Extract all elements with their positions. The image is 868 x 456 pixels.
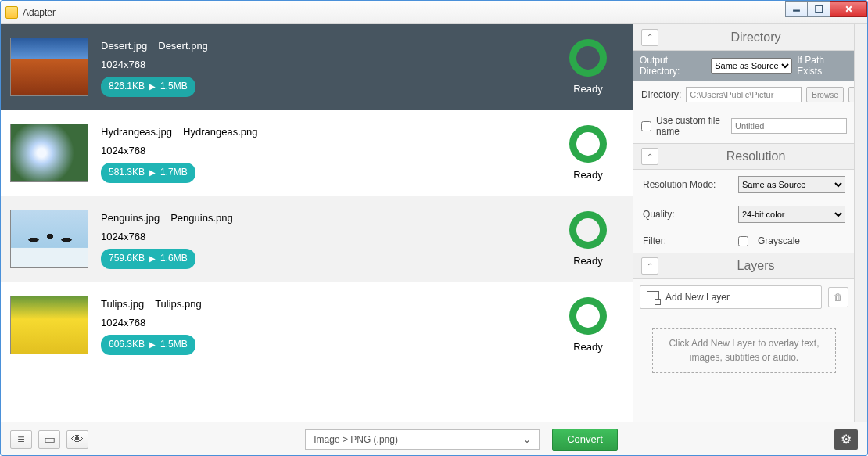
status: Ready bbox=[553, 211, 623, 267]
svg-rect-1 bbox=[816, 5, 823, 13]
size-in: 826.1KB bbox=[109, 78, 145, 95]
status-label: Ready bbox=[553, 83, 623, 95]
file-row[interactable]: Penguins.jpgPenguins.png1024x768759.6KB▶… bbox=[1, 196, 633, 282]
thumbnail bbox=[10, 296, 88, 354]
size-out: 1.7MB bbox=[160, 164, 188, 181]
dimensions: 1024x768 bbox=[101, 314, 553, 332]
filter-label: Filter: bbox=[643, 235, 729, 246]
thumbnail bbox=[10, 210, 88, 268]
dest-filename: Penguins.png bbox=[170, 212, 233, 224]
add-layer-label: Add New Layer bbox=[665, 292, 730, 303]
bottom-bar: ≡ ▭ 👁 Image > PNG (.png) ⌄ Convert ⚙ bbox=[1, 422, 867, 456]
file-meta: Tulips.jpgTulips.png1024x768606.3KB▶1.5M… bbox=[101, 295, 553, 354]
output-format-select[interactable]: Image > PNG (.png) ⌄ bbox=[305, 429, 540, 450]
status: Ready bbox=[553, 39, 623, 95]
window-title: Adapter bbox=[23, 7, 56, 18]
size-pill: 581.3KB▶1.7MB bbox=[101, 163, 195, 183]
size-out: 1.5MB bbox=[160, 78, 188, 95]
browse-button[interactable]: Browse bbox=[806, 87, 843, 102]
arrow-icon: ▶ bbox=[149, 80, 156, 94]
trash-icon: 🗑 bbox=[834, 292, 843, 303]
size-pill: 826.1KB▶1.5MB bbox=[101, 77, 195, 97]
app-icon bbox=[5, 6, 18, 19]
terminal-view-button[interactable]: ▭ bbox=[38, 430, 60, 449]
ready-ring-icon bbox=[569, 211, 607, 249]
chevron-up-icon[interactable]: ⌃ bbox=[641, 148, 658, 165]
chevron-down-icon: ⌄ bbox=[523, 434, 531, 445]
directory-input[interactable] bbox=[686, 87, 802, 102]
gear-icon: ⚙ bbox=[841, 432, 852, 447]
if-path-exists-label: If Path Exists bbox=[797, 55, 848, 77]
status-label: Ready bbox=[553, 255, 623, 267]
section-title: Resolution bbox=[665, 149, 847, 163]
size-out: 1.6MB bbox=[160, 250, 188, 267]
custom-filename-input[interactable] bbox=[731, 118, 847, 134]
arrow-icon: ▶ bbox=[149, 252, 156, 266]
titlebar: Adapter bbox=[1, 1, 867, 24]
chevron-up-icon[interactable]: ⌃ bbox=[641, 29, 658, 46]
terminal-icon: ▭ bbox=[44, 432, 56, 447]
quality-select[interactable]: 24-bit color bbox=[738, 206, 845, 223]
dimensions: 1024x768 bbox=[101, 142, 553, 160]
file-row[interactable]: Desert.jpgDesert.png1024x768826.1KB▶1.5M… bbox=[1, 24, 633, 110]
output-format-value: Image > PNG (.png) bbox=[314, 434, 398, 445]
settings-button[interactable]: ⚙ bbox=[834, 429, 858, 450]
output-directory-row: Output Directory: Same as Source If Path… bbox=[633, 51, 855, 81]
ready-ring-icon bbox=[569, 297, 607, 335]
directory-row: Directory: Browse Reveal bbox=[633, 81, 855, 109]
file-row[interactable]: Tulips.jpgTulips.png1024x768606.3KB▶1.5M… bbox=[1, 282, 633, 368]
minimize-button[interactable] bbox=[785, 1, 808, 17]
grayscale-checkbox[interactable] bbox=[738, 236, 748, 246]
status: Ready bbox=[553, 125, 623, 181]
delete-layer-button[interactable]: 🗑 bbox=[828, 287, 848, 307]
quality-label: Quality: bbox=[643, 209, 729, 220]
directory-label: Directory: bbox=[641, 89, 681, 100]
output-directory-label: Output Directory: bbox=[640, 55, 706, 77]
reveal-button[interactable]: Reveal bbox=[848, 87, 867, 102]
source-filename: Desert.jpg bbox=[101, 40, 147, 52]
file-meta: Hydrangeas.jpgHydrangeas.png1024x768581.… bbox=[101, 123, 553, 182]
chevron-up-icon[interactable]: ⌃ bbox=[641, 257, 658, 275]
resolution-mode-select[interactable]: Same as Source bbox=[738, 176, 845, 193]
section-resolution-header[interactable]: ⌃ Resolution bbox=[633, 143, 855, 170]
resolution-mode-label: Resolution Mode: bbox=[643, 179, 729, 190]
side-panel: ⌃ Directory Output Directory: Same as So… bbox=[633, 24, 867, 422]
close-button[interactable] bbox=[830, 1, 867, 17]
layer-icon bbox=[647, 291, 659, 303]
size-pill: 759.6KB▶1.6MB bbox=[101, 249, 195, 269]
file-list: Desert.jpgDesert.png1024x768826.1KB▶1.5M… bbox=[1, 24, 633, 422]
arrow-icon: ▶ bbox=[149, 338, 156, 352]
ready-ring-icon bbox=[569, 125, 607, 163]
status-label: Ready bbox=[553, 169, 623, 181]
size-in: 606.3KB bbox=[109, 336, 145, 354]
file-meta: Desert.jpgDesert.png1024x768826.1KB▶1.5M… bbox=[101, 37, 553, 96]
source-filename: Tulips.jpg bbox=[101, 298, 144, 310]
eye-icon: 👁 bbox=[71, 433, 84, 447]
grayscale-label: Grayscale bbox=[758, 235, 800, 246]
add-layer-button[interactable]: Add New Layer bbox=[640, 285, 822, 309]
list-view-button[interactable]: ≡ bbox=[10, 430, 32, 449]
size-pill: 606.3KB▶1.5MB bbox=[101, 335, 195, 355]
output-directory-select[interactable]: Same as Source bbox=[711, 58, 792, 74]
status-label: Ready bbox=[553, 341, 623, 353]
file-row[interactable]: Hydrangeas.jpgHydrangeas.png1024x768581.… bbox=[1, 110, 633, 196]
arrow-icon: ▶ bbox=[149, 166, 156, 180]
dimensions: 1024x768 bbox=[101, 228, 553, 246]
custom-filename-row: Use custom file name bbox=[633, 109, 855, 143]
dest-filename: Tulips.png bbox=[155, 298, 202, 310]
thumbnail bbox=[10, 38, 88, 96]
section-title: Layers bbox=[665, 259, 847, 273]
list-icon: ≡ bbox=[17, 433, 24, 447]
thumbnail bbox=[10, 124, 88, 182]
section-directory-header[interactable]: ⌃ Directory bbox=[633, 24, 855, 51]
size-in: 581.3KB bbox=[109, 164, 145, 181]
maximize-button[interactable] bbox=[808, 1, 830, 17]
layers-hint: Click Add New Layer to overlay text, ima… bbox=[652, 328, 836, 373]
convert-button[interactable]: Convert bbox=[552, 429, 618, 451]
source-filename: Penguins.jpg bbox=[101, 212, 160, 224]
custom-filename-checkbox[interactable] bbox=[641, 121, 651, 131]
ready-ring-icon bbox=[569, 39, 607, 77]
section-layers-header[interactable]: ⌃ Layers bbox=[633, 253, 855, 279]
preview-button[interactable]: 👁 bbox=[66, 430, 88, 449]
size-in: 759.6KB bbox=[109, 250, 145, 267]
